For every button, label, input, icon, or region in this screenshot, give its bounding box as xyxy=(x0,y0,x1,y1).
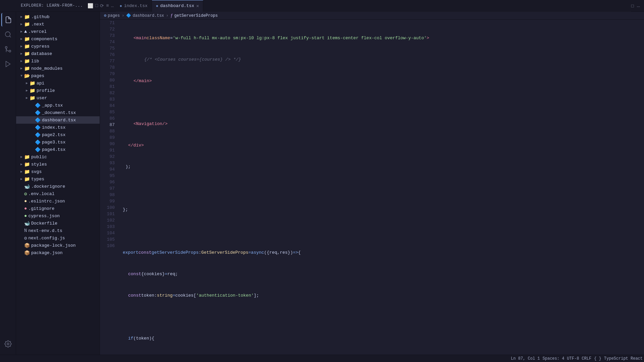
sidebar-item-label: .vercel xyxy=(28,29,47,34)
sidebar-item-label: cypress xyxy=(31,44,50,49)
sidebar-item-lib[interactable]: ▶ 📁 lib xyxy=(16,57,100,65)
status-spaces[interactable]: Spaces: 4 xyxy=(541,355,566,362)
sidebar-item-app-tsx[interactable]: ▶ 🔷 _app.tsx xyxy=(16,102,100,109)
line-num-85: 85 xyxy=(100,109,115,115)
file-icon: ⚙ xyxy=(24,191,27,197)
status-encoding[interactable]: UTF-8 xyxy=(566,355,580,362)
collapse-all-icon[interactable]: ≡ xyxy=(106,3,109,8)
line-num-79: 79 xyxy=(100,71,115,77)
folder-icon: 📁 xyxy=(30,95,35,101)
activity-debug[interactable] xyxy=(1,57,15,71)
code-line-85: if (token) { xyxy=(123,335,644,342)
more-actions-icon[interactable]: … xyxy=(111,3,114,8)
sidebar-item-cypress-json[interactable]: ▶ ● cypress.json xyxy=(16,212,100,220)
tab-dashboard-tsx[interactable]: ❖ dashboard.tsx ✕ xyxy=(152,0,203,12)
tsx-icon: ❖ xyxy=(120,4,122,8)
status-bar: Ln 87, Col 1 Spaces: 4 UTF-8 CRLF { } Ty… xyxy=(0,355,644,362)
sidebar-item-user[interactable]: ▶ 📁 user xyxy=(16,94,100,102)
folder-icon: 📁 xyxy=(24,154,30,160)
file-icon: ● xyxy=(24,213,27,219)
tsx-file-icon: 🔷 xyxy=(35,110,41,116)
sidebar-item-cypress[interactable]: ▶ 📁 cypress xyxy=(16,43,100,50)
tsx-file-icon: 🔷 xyxy=(35,103,41,108)
tab-index-tsx[interactable]: ❖ index.tsx xyxy=(116,0,152,12)
sidebar-item-label: .eslintrc.json xyxy=(28,199,65,204)
sidebar-item-label: node_modules xyxy=(31,66,63,71)
title-bar-icons: ⬜ □ ⟳ ≡ … xyxy=(86,3,116,9)
sidebar-item-public[interactable]: ▶ 📁 public xyxy=(16,153,100,161)
sidebar-item-svgs[interactable]: ▶ 📁 svgs xyxy=(16,168,100,175)
status-line-ending[interactable]: CRLF xyxy=(580,355,593,362)
status-bracket[interactable]: { } xyxy=(593,355,603,362)
chevron-right-icon: ▶ xyxy=(24,88,30,93)
sidebar-item-github[interactable]: ▶ 📁 .github xyxy=(16,13,100,20)
sidebar-item-next-config[interactable]: ▶ ⚙ next.config.js xyxy=(16,234,100,242)
sidebar-item-label: components xyxy=(31,37,57,42)
code-line-82: const { cookies } = req; xyxy=(123,271,644,277)
folder-icon: 📁 xyxy=(24,21,30,27)
sidebar-item-page4-tsx[interactable]: ▶ 🔷 page4.tsx xyxy=(16,146,100,153)
breadcrumb-dashboard[interactable]: 🔷dashboard.tsx xyxy=(126,13,164,18)
editor-area[interactable]: 71 72 73 74 75 76 77 78 79 80 81 82 83 8… xyxy=(100,20,644,355)
code-token: className xyxy=(147,35,170,41)
sidebar-item-page2-tsx[interactable]: ▶ 🔷 page2.tsx xyxy=(16,131,100,138)
split-editor-icon[interactable]: ☐ xyxy=(631,2,634,9)
sidebar-item-types[interactable]: ▶ 📁 types xyxy=(16,175,100,183)
new-file-icon[interactable]: ⬜ xyxy=(88,3,93,9)
sidebar-item-database[interactable]: ▶ 📁 database xyxy=(16,50,100,57)
chevron-right-icon: ▶ xyxy=(19,176,24,182)
tsx-file-icon: 🔷 xyxy=(35,147,41,153)
sidebar-item-index-tsx[interactable]: ▶ 🔷 index.tsx xyxy=(16,124,100,131)
activity-git[interactable] xyxy=(1,43,15,56)
sidebar-item-dockerignore[interactable]: ▶ 🐋 .dockerignore xyxy=(16,183,100,190)
line-num-81: 81 xyxy=(100,83,115,90)
sidebar-item-dashboard-tsx[interactable]: ▶ 🔷 dashboard.tsx xyxy=(16,116,100,124)
sidebar-item-pages[interactable]: ▼ 📂 pages xyxy=(16,72,100,79)
sidebar-item-document-tsx[interactable]: ▶ 🔷 _document.tsx xyxy=(16,109,100,116)
sidebar-item-profile[interactable]: ▶ 📁 profile xyxy=(16,87,100,94)
status-bracket-label: { } xyxy=(594,356,601,361)
line-num-71: 71 xyxy=(100,20,115,26)
status-position[interactable]: Ln 87, Col 1 xyxy=(509,355,541,362)
refresh-icon[interactable]: ⟳ xyxy=(100,3,104,9)
line-num-84: 84 xyxy=(100,103,115,109)
sidebar-item-page3-tsx[interactable]: ▶ 🔷 page3.tsx xyxy=(16,138,100,146)
sidebar-item-components[interactable]: ▶ 📁 components xyxy=(16,35,100,43)
sidebar-item-package-json[interactable]: ▶ 📦 package.json xyxy=(16,249,100,256)
more-icon[interactable]: … xyxy=(637,3,640,9)
activity-settings[interactable] xyxy=(1,337,15,351)
code-container: 71 72 73 74 75 76 77 78 79 80 81 82 83 8… xyxy=(100,20,644,355)
sidebar-item-label: cypress.json xyxy=(28,214,60,219)
sidebar-item-dockerfile[interactable]: ▶ 🐋 Dockerfile xyxy=(16,220,100,227)
sidebar-item-gitignore[interactable]: ▶ ● .gitignore xyxy=(16,205,100,212)
sidebar: ▶ 📁 .github ▶ 📁 .next ▶ ▲ .vercel ▶ 📁 co… xyxy=(16,12,100,355)
activity-explorer[interactable] xyxy=(1,13,15,26)
svg-point-2 xyxy=(9,50,11,52)
svg-point-5 xyxy=(7,343,9,345)
file-icon: ● xyxy=(24,198,27,204)
sidebar-item-env-local[interactable]: ▶ ⚙ .env.local xyxy=(16,190,100,197)
sidebar-item-next-env[interactable]: ▶ N next-env.d.ts xyxy=(16,227,100,234)
sidebar-item-label: dashboard.tsx xyxy=(42,118,76,123)
sidebar-item-next[interactable]: ▶ 📁 .next xyxy=(16,20,100,28)
sidebar-item-eslintrc[interactable]: ▶ ● .eslintrc.json xyxy=(16,197,100,205)
sidebar-item-vercel[interactable]: ▶ ▲ .vercel xyxy=(16,28,100,35)
tsx-file-icon: 🔷 xyxy=(35,125,41,130)
breadcrumb-function[interactable]: ƒgetServerSideProps xyxy=(170,13,218,18)
activity-search[interactable] xyxy=(1,28,15,41)
sidebar-item-styles[interactable]: ▶ 📁 styles xyxy=(16,161,100,168)
new-folder-icon[interactable]: □ xyxy=(95,3,98,8)
explorer-label: EXPLORER: LEARN-FROM-... xyxy=(21,3,83,8)
sidebar-item-node-modules[interactable]: ▶ 📁 node_modules xyxy=(16,65,100,72)
sidebar-item-label: styles xyxy=(31,162,47,167)
sidebar-item-package-lock[interactable]: ▶ 📦 package-lock.json xyxy=(16,242,100,249)
status-language[interactable]: TypeScript React xyxy=(603,355,644,362)
tsx-file-icon: 🔷 xyxy=(35,132,41,138)
breadcrumb-sep-1: › xyxy=(122,13,124,18)
file-icon: ⚙ xyxy=(24,235,27,241)
line-num-86: 86 xyxy=(100,115,115,122)
sidebar-item-api[interactable]: ▶ 📁 api xyxy=(16,79,100,87)
breadcrumb: ⚙pages › 🔷dashboard.tsx › ƒgetServerSide… xyxy=(100,12,644,20)
tab-close-button[interactable]: ✕ xyxy=(196,4,199,8)
breadcrumb-pages[interactable]: ⚙pages xyxy=(104,13,120,18)
